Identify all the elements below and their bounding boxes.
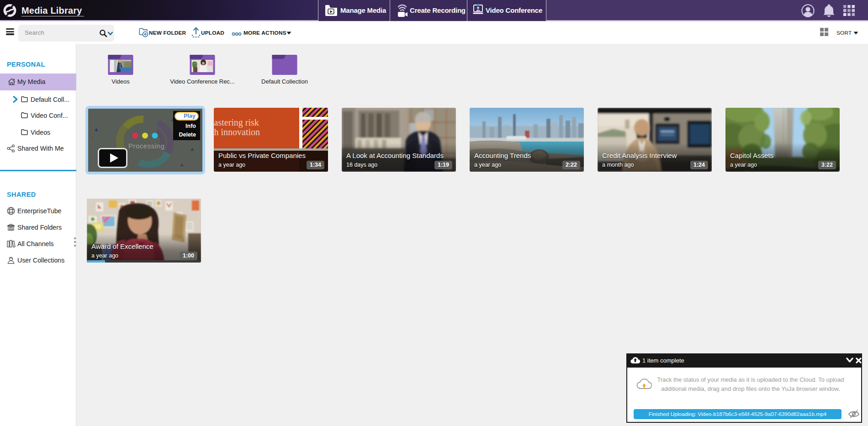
svg-text:lastering risk: lastering risk — [214, 117, 259, 128]
svg-text:th innovation: th innovation — [214, 127, 260, 137]
svg-text:Processing: Processing — [128, 142, 164, 150]
